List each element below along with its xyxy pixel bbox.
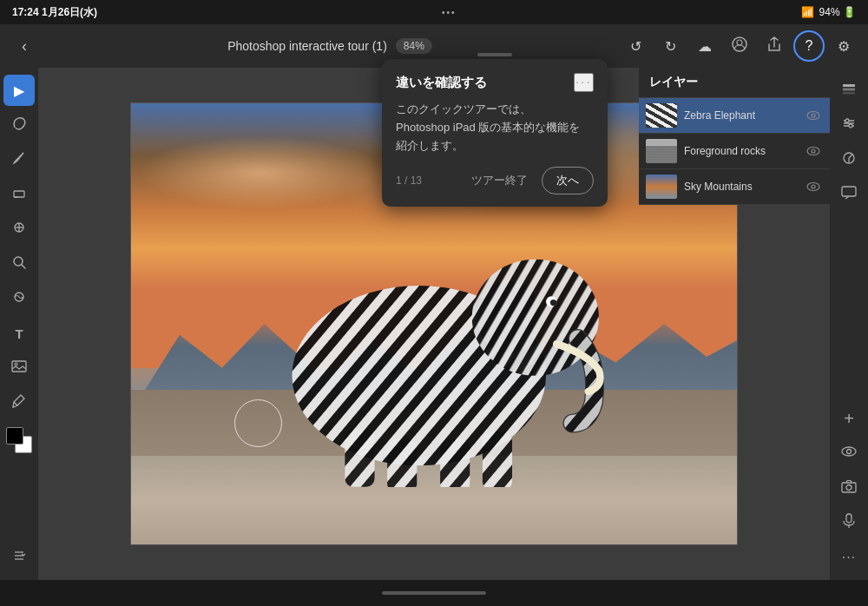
- svg-point-48: [807, 183, 819, 191]
- more-icon: ···: [842, 550, 856, 565]
- layer-item[interactable]: Zebra Elephant: [639, 98, 830, 134]
- left-toolbar: ▶: [0, 68, 38, 580]
- title-area: Photoshop interactive tour (1) 84%: [40, 38, 620, 54]
- layers-button[interactable]: [833, 75, 865, 106]
- layer-item[interactable]: Sky Mountains: [639, 169, 830, 205]
- more-options-button[interactable]: ···: [833, 542, 865, 573]
- svg-point-22: [849, 124, 852, 128]
- bottom-bar: [0, 580, 868, 606]
- add-icon: +: [844, 409, 854, 429]
- add-layer-button[interactable]: +: [833, 403, 865, 434]
- visibility-button[interactable]: [833, 438, 865, 469]
- svg-point-1: [737, 40, 742, 45]
- home-indicator[interactable]: [382, 591, 486, 595]
- profile-button[interactable]: [724, 30, 755, 62]
- dialog-body: このクイックツアーでは、 Photoshop iPad 版の基本的な機能を 紹介…: [396, 101, 594, 155]
- dialog-header: 違いを確認する ···: [396, 73, 594, 92]
- layers-panel-header: レイヤー: [639, 68, 830, 98]
- undo-button[interactable]: ↺: [620, 30, 651, 62]
- end-tour-button[interactable]: ツアー終了: [464, 168, 535, 194]
- tool-select[interactable]: ▶: [3, 75, 35, 106]
- tool-image[interactable]: [3, 352, 35, 384]
- comments-button[interactable]: [833, 179, 865, 210]
- wifi-icon: 📶: [801, 6, 814, 18]
- profile-icon: [732, 36, 747, 56]
- eraser-icon: [11, 185, 27, 204]
- layer-visibility-toggle[interactable]: [804, 106, 823, 125]
- svg-point-28: [846, 485, 852, 491]
- dialog-more-button[interactable]: ···: [574, 73, 594, 92]
- status-time: 17:24 1月26日(水): [12, 5, 97, 20]
- svg-rect-9: [12, 361, 26, 372]
- document-title: Photoshop interactive tour (1): [227, 39, 387, 53]
- help-icon: ?: [806, 38, 813, 54]
- help-button[interactable]: ?: [793, 30, 825, 62]
- redo-icon: ↻: [665, 38, 676, 55]
- status-right: 📶 94% 🔋: [801, 6, 856, 18]
- svg-point-49: [812, 185, 815, 188]
- dialog-footer: 1 / 13 ツアー終了 次へ: [396, 167, 594, 194]
- svg-rect-38: [387, 439, 417, 487]
- layer-visibility-toggle[interactable]: [804, 177, 823, 196]
- zoom-level[interactable]: 84%: [396, 38, 432, 54]
- redo-button[interactable]: ↻: [654, 30, 686, 62]
- tool-eyedropper[interactable]: [3, 387, 35, 418]
- share-button[interactable]: [759, 30, 790, 62]
- sort-icon: [12, 548, 26, 567]
- comments-icon: [841, 186, 857, 204]
- brush-icon: [11, 150, 27, 169]
- layer-thumbnail: [646, 103, 677, 128]
- tool-dodge[interactable]: [3, 283, 35, 314]
- svg-point-45: [812, 114, 815, 117]
- camera-button[interactable]: [833, 472, 865, 504]
- color-swatches: [3, 425, 35, 455]
- next-button[interactable]: 次へ: [542, 167, 594, 194]
- properties-button[interactable]: [833, 109, 865, 141]
- svg-point-47: [812, 149, 815, 153]
- image-icon: [11, 360, 27, 376]
- tour-dialog: 違いを確認する ··· このクイックツアーでは、 Photoshop iPad …: [382, 59, 608, 207]
- tool-sort[interactable]: [3, 542, 35, 573]
- tool-brush[interactable]: [3, 144, 35, 175]
- svg-point-44: [807, 112, 819, 120]
- tool-lasso[interactable]: [3, 109, 35, 141]
- adjustments-button[interactable]: [833, 144, 865, 175]
- lasso-icon: [11, 115, 27, 135]
- settings-button[interactable]: ⚙: [828, 30, 859, 62]
- eyedropper-icon: [12, 393, 26, 412]
- svg-rect-29: [846, 514, 852, 523]
- svg-point-43: [550, 300, 556, 306]
- visibility-icon: [841, 445, 857, 461]
- layer-visibility-toggle[interactable]: [804, 142, 823, 161]
- tool-eraser[interactable]: [3, 179, 35, 210]
- svg-point-21: [845, 119, 849, 122]
- svg-point-41: [477, 280, 541, 354]
- foreground-color-swatch[interactable]: [6, 427, 23, 445]
- status-bar: 17:24 1月26日(水) ••• 📶 94% 🔋: [0, 0, 868, 24]
- tool-zoom[interactable]: [3, 248, 35, 280]
- select-icon: ▶: [14, 82, 24, 99]
- layer-thumbnail: [646, 175, 677, 199]
- svg-point-26: [847, 450, 852, 454]
- cloud-icon: ☁: [698, 38, 712, 55]
- layer-item[interactable]: Foreground rocks: [639, 134, 830, 169]
- undo-icon: ↺: [630, 38, 641, 55]
- tool-type[interactable]: T: [3, 318, 35, 349]
- battery-icon: 94% 🔋: [819, 6, 856, 18]
- svg-rect-24: [842, 187, 856, 196]
- audio-button[interactable]: [833, 507, 865, 538]
- type-icon: T: [15, 326, 23, 341]
- svg-point-10: [15, 363, 17, 366]
- svg-rect-17: [843, 92, 855, 95]
- status-center: •••: [442, 8, 457, 17]
- settings-icon: ⚙: [838, 38, 850, 55]
- toolbar-right-actions: ↺ ↻ ☁ ?: [620, 30, 859, 62]
- cloud-button[interactable]: ☁: [689, 30, 720, 62]
- back-button[interactable]: ‹: [9, 30, 40, 62]
- share-icon: [767, 36, 781, 56]
- svg-rect-16: [843, 89, 855, 91]
- layers-icon: [841, 81, 857, 100]
- svg-rect-37: [345, 429, 374, 487]
- tool-clone[interactable]: [3, 214, 35, 245]
- layer-thumbnail: [646, 139, 677, 163]
